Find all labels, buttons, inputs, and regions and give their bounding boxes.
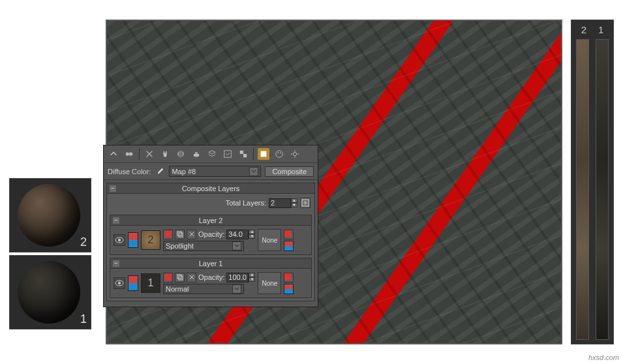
watermark: hxsd.com [588,354,619,361]
collapse-icon[interactable]: − [113,260,119,267]
svg-rect-9 [261,151,267,157]
svg-point-10 [276,151,283,158]
texture-strip-1[interactable] [596,39,609,340]
composite-layers-rollout: − Composite Layers Total Layers: ▲▼ − La… [106,183,315,301]
nav-side-icon[interactable] [123,148,135,160]
strip-label: 1 [598,24,603,35]
separator [139,148,140,160]
svg-rect-24 [177,275,181,279]
show-map-icon[interactable] [258,148,269,160]
copy-icon[interactable] [175,230,185,239]
layer-header[interactable]: − Layer 2 [110,215,311,226]
rollouts-area: − Composite Layers Total Layers: ▲▼ − La… [104,180,318,307]
texture-strip-column: 2 1 [571,20,614,344]
opacity-spinner[interactable]: ▲▼ [226,230,255,239]
total-layers-input[interactable] [269,198,291,208]
spinner-down-icon[interactable]: ▼ [249,277,255,282]
texture-thumb[interactable]: 2 [141,230,160,250]
sphere-preview-icon [18,261,80,324]
map-name-value: Map #8 [172,168,249,175]
layer-header[interactable]: − Layer 1 [110,258,311,269]
blend-mode-value: Spotlight [166,242,232,250]
material-preview-2[interactable]: 2 [9,178,91,252]
strip-labels: 2 1 [581,24,604,35]
add-layer-button[interactable] [300,198,311,208]
svg-point-22 [118,282,121,284]
spinner-up-icon[interactable]: ▲ [291,198,297,203]
checker-icon[interactable] [237,148,249,160]
texture-thumb[interactable]: 1 [141,273,160,293]
separator [253,148,254,160]
mask-color-icon[interactable] [284,273,294,282]
svg-rect-23 [165,274,172,281]
mask-swatch[interactable] [284,241,294,251]
layer-2-block: − Layer 2 2 Opacity: [110,215,312,255]
rollout-title: Composite Layers [107,185,314,192]
sphere-preview-icon [18,184,80,247]
visibility-toggle[interactable] [114,234,125,246]
opacity-input[interactable] [226,273,249,282]
spinner-down-icon[interactable]: ▼ [249,234,255,239]
copy-icon[interactable] [175,273,185,282]
svg-point-4 [194,153,200,157]
mask-slot-button[interactable]: None [258,272,281,294]
settings-icon[interactable] [289,148,301,160]
check-square-icon[interactable] [222,148,234,160]
mask-color-icon[interactable] [284,230,294,239]
spinner-up-icon[interactable]: ▲ [249,273,255,277]
color-swatch[interactable] [128,275,138,291]
collapse-icon[interactable]: − [110,185,116,192]
svg-rect-20 [284,230,291,237]
spinner-down-icon[interactable]: ▼ [291,203,297,207]
svg-rect-17 [165,231,172,237]
chevron-down-icon[interactable] [232,241,241,250]
chevron-down-icon[interactable] [249,167,258,176]
delete-icon[interactable] [187,230,196,239]
blend-mode-dropdown[interactable]: Spotlight [163,241,244,251]
blend-mode-dropdown[interactable]: Normal [163,284,244,294]
rollout-header[interactable]: − Composite Layers [107,183,314,194]
layers-icon[interactable] [206,148,218,160]
svg-point-11 [277,152,279,153]
strip-label: 2 [581,24,586,35]
nav-up-icon[interactable] [108,148,119,160]
opacity-input[interactable] [226,230,249,239]
color-picker-icon[interactable] [163,230,173,239]
chevron-down-icon[interactable] [232,284,241,294]
svg-rect-8 [243,154,247,157]
visibility-toggle[interactable] [114,277,125,289]
opacity-spinner[interactable]: ▲▼ [226,273,255,282]
mask-swatch[interactable] [284,284,294,294]
map-type-button[interactable]: Composite [265,166,314,177]
map-name-dropdown[interactable]: Map #8 [169,166,261,177]
svg-rect-25 [179,276,183,280]
svg-point-12 [280,152,281,153]
svg-point-16 [118,239,121,241]
svg-rect-26 [284,273,291,280]
delete-icon[interactable] [187,273,196,282]
mask-slot-button[interactable]: None [258,229,281,251]
palette-icon[interactable] [273,148,285,160]
material-preview-1[interactable]: 1 [9,255,91,329]
hand-icon[interactable] [159,148,171,160]
layer-title: Layer 1 [110,260,311,267]
color-picker-icon[interactable] [163,273,173,282]
svg-rect-19 [179,233,183,237]
total-layers-row: Total Layers: ▲▼ [107,194,314,212]
svg-rect-7 [240,151,243,154]
total-layers-spinner[interactable]: ▲▼ [269,198,297,208]
cut-icon[interactable] [144,148,155,160]
spinner-up-icon[interactable]: ▲ [249,230,255,234]
eyedropper-icon[interactable] [155,166,165,177]
collapse-icon[interactable]: − [113,217,119,224]
editor-toolbar [104,145,318,163]
map-slot-row: Diffuse Color: Map #8 Composite [104,163,318,180]
teapot-icon[interactable] [190,148,202,160]
svg-point-2 [178,151,184,157]
texture-strip-2[interactable] [576,39,589,340]
sphere-icon[interactable] [175,148,187,160]
material-preview-column: 2 1 [9,178,93,332]
svg-rect-5 [195,152,198,153]
color-swatch[interactable] [128,232,138,248]
layer-1-block: − Layer 1 1 Opacity: [110,258,312,298]
